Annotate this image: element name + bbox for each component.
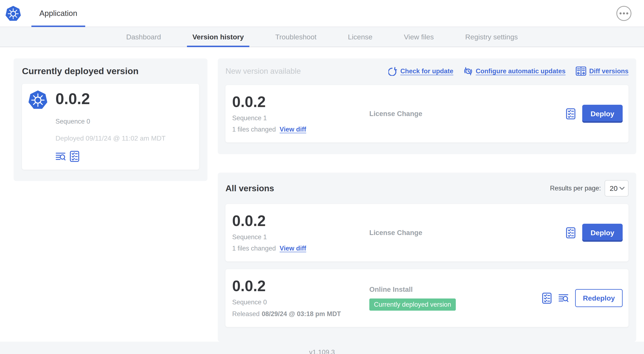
release-notes-button[interactable]: [56, 152, 66, 161]
deployed-version-card: 0.0.2 Sequence 0 Deployed 09/11/24 @ 11:…: [22, 84, 199, 170]
active-tab-underline: [187, 46, 249, 47]
tab-troubleshoot[interactable]: Troubleshoot: [270, 27, 322, 47]
tab-registry-settings[interactable]: Registry settings: [460, 27, 523, 47]
tab-label: Troubleshoot: [275, 33, 316, 41]
preflight-checks-button[interactable]: [69, 151, 80, 162]
check-for-update-link[interactable]: Check for update: [388, 67, 453, 76]
checklist-icon: [69, 151, 80, 162]
version-number: 0.0.2: [232, 213, 369, 228]
version-sequence: Sequence 1: [232, 233, 369, 241]
version-sequence: Sequence 0: [232, 298, 369, 306]
kubernetes-logo-icon: [28, 90, 48, 110]
link-label: Diff versions: [589, 68, 628, 75]
link-label: Configure automatic updates: [476, 68, 566, 75]
results-per-page-label: Results per page:: [550, 185, 601, 192]
link-label: Check for update: [400, 68, 453, 75]
deployed-version-number: 0.0.2: [56, 90, 90, 108]
console-version: v1.109.3: [309, 348, 335, 354]
version-number: 0.0.2: [232, 278, 369, 293]
deployed-sequence: Sequence 0: [56, 118, 193, 125]
app-tab[interactable]: Application: [32, 0, 85, 27]
files-changed-label: 1 files changed: [232, 126, 276, 133]
tab-label: Version history: [192, 33, 244, 41]
tab-label: Registry settings: [465, 33, 518, 41]
version-number: 0.0.2: [232, 94, 369, 109]
tab-label: License: [348, 33, 372, 41]
version-source: License Change: [369, 110, 566, 118]
kubernetes-logo-icon: [5, 5, 21, 22]
chevron-down-icon: [619, 186, 625, 191]
files-changed-label: 1 files changed: [232, 245, 276, 252]
diff-icon: [576, 66, 586, 76]
right-column: New version available Check for update C…: [218, 59, 636, 342]
preflight-checks-button[interactable]: [566, 108, 576, 120]
active-tab-underline: [32, 26, 85, 27]
app-nav-tabs: Dashboard Version history Troubleshoot L…: [0, 27, 644, 47]
footer: v1.109.3: [0, 342, 644, 354]
currently-deployed-badge: Currently deployed version: [369, 298, 456, 311]
top-bar: Application: [0, 0, 644, 27]
lines-magnifier-icon: [56, 152, 66, 161]
clock-sync-icon: [463, 66, 473, 76]
view-diff-link[interactable]: View diff: [280, 126, 306, 133]
all-versions-panel: All versions Results per page: 20 0.0.2 …: [218, 173, 636, 342]
diff-versions-link[interactable]: Diff versions: [576, 66, 628, 76]
currently-deployed-panel: Currently deployed version 0.0.2 Sequenc…: [14, 59, 208, 181]
tab-license[interactable]: License: [342, 27, 378, 47]
update-actions: Check for update Configure automatic upd…: [388, 66, 628, 76]
results-per-page-select[interactable]: 20: [605, 180, 628, 196]
new-version-title: New version available: [226, 67, 301, 76]
all-versions-title: All versions: [226, 183, 274, 193]
deploy-button[interactable]: Deploy: [582, 224, 623, 242]
app-tab-label: Application: [39, 9, 77, 18]
lines-magnifier-icon: [558, 293, 569, 303]
deployed-timestamp: Deployed 09/11/24 @ 11:02 am MDT: [56, 135, 193, 142]
tab-dashboard[interactable]: Dashboard: [121, 27, 166, 47]
view-diff-link[interactable]: View diff: [280, 245, 306, 252]
version-source: Online Install: [369, 285, 542, 293]
checklist-icon: [566, 108, 576, 120]
tab-label: View files: [404, 33, 434, 41]
preflight-checks-button[interactable]: [542, 292, 552, 304]
main-content: Currently deployed version 0.0.2 Sequenc…: [0, 47, 644, 342]
tab-version-history[interactable]: Version history: [187, 27, 249, 47]
checklist-icon: [542, 292, 552, 304]
preflight-checks-button[interactable]: [566, 227, 576, 239]
deploy-button[interactable]: Deploy: [582, 105, 623, 123]
checklist-icon: [566, 227, 576, 239]
version-sequence: Sequence 1: [232, 114, 369, 122]
ellipsis-icon: [619, 12, 628, 15]
tab-label: Dashboard: [126, 33, 161, 41]
new-version-panel: New version available Check for update C…: [218, 59, 636, 154]
released-label: Released: [232, 310, 260, 317]
overflow-menu-button[interactable]: [616, 6, 632, 21]
results-per-page-value: 20: [610, 184, 618, 192]
release-notes-button[interactable]: [558, 293, 569, 303]
tab-view-files[interactable]: View files: [398, 27, 439, 47]
version-source: License Change: [369, 229, 566, 237]
configure-automatic-updates-link[interactable]: Configure automatic updates: [463, 66, 566, 76]
version-row: 0.0.2 Sequence 1 1 files changed View di…: [226, 204, 628, 261]
new-version-row: 0.0.2 Sequence 1 1 files changed View di…: [226, 85, 628, 142]
redeploy-button[interactable]: Redeploy: [575, 289, 623, 307]
currently-deployed-title: Currently deployed version: [22, 66, 199, 76]
released-timestamp: 08/29/24 @ 03:18 pm MDT: [262, 310, 341, 317]
version-row: 0.0.2 Sequence 0 Released08/29/24 @ 03:1…: [226, 269, 628, 327]
refresh-icon: [388, 67, 398, 76]
